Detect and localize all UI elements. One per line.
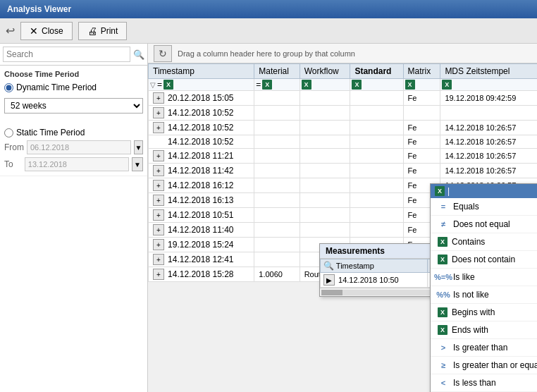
filter-option-1[interactable]: ≠Does not equal — [431, 216, 537, 233]
back-icon[interactable]: ↩ — [6, 24, 15, 37]
expand-btn-2[interactable]: + — [153, 122, 164, 133]
weeks-dropdown[interactable]: 52 weeks 4 weeks 12 weeks — [4, 98, 143, 114]
right-panel: ↻ Drag a column header here to group by … — [148, 44, 537, 392]
filter-excel-icon-3: X — [438, 255, 448, 264]
filter-item-icon-1: ≠ — [438, 219, 449, 229]
filter-item-label-2: Contains — [452, 237, 485, 247]
nested-col-timestamp[interactable]: 🔍 Timestamp — [321, 259, 428, 273]
expand-btn-4[interactable]: + — [153, 150, 164, 161]
col-header-material[interactable]: Material — [254, 64, 300, 79]
from-date-input[interactable] — [27, 140, 131, 154]
left-panel: 🔍 Choose Time Period Dynamic Time Period… — [0, 44, 148, 392]
filter-excel-icon-7: X — [438, 325, 448, 335]
static-radio[interactable] — [4, 128, 13, 137]
expand-btn-0[interactable]: + — [153, 92, 164, 104]
to-label: To — [4, 159, 22, 169]
table-container[interactable]: Timestamp Material Workflow Standard Mat… — [148, 63, 537, 392]
filter-item-label-0: Equals — [453, 202, 479, 212]
to-row: To ▼ — [4, 157, 143, 171]
expand-btn-5[interactable]: + — [153, 165, 164, 176]
table-row: + 14.12.2018 11:42 Fe 14.12.2018 10:26:5… — [149, 164, 538, 178]
title-text: Analysis Viewer — [7, 4, 71, 14]
title-bar: Analysis Viewer — [0, 0, 537, 18]
filter-option-4[interactable]: %=%Is like — [431, 269, 537, 286]
from-to-section: Static Time Period From ▼ To ▼ — [4, 122, 143, 171]
expand-btn-9[interactable]: + — [153, 224, 164, 235]
filter-item-label-10: Is less than — [453, 378, 496, 388]
filter-item-icon-0: = — [438, 202, 449, 212]
filter-excel-icon-2: X — [438, 237, 448, 247]
measurements-tab[interactable]: Measurements — [326, 246, 385, 256]
excel-icon-timestamp: X — [163, 80, 173, 90]
filter-option-3[interactable]: XDoes not contain — [431, 251, 537, 269]
table-row: + 14.12.2018 10:52 Fe 14.12.2018 10:26:5… — [149, 121, 538, 135]
dynamic-radio[interactable] — [4, 83, 13, 92]
table-row: 14.12.2018 10:52 Fe 14.12.2018 10:26:57 … — [149, 135, 538, 149]
close-button[interactable]: ✕ Close — [20, 22, 73, 40]
filter-option-9[interactable]: ≥Is greater than or equal to — [431, 357, 537, 374]
expand-btn-11[interactable]: + — [153, 254, 164, 265]
col-header-mds[interactable]: MDS Zeitstempel — [440, 64, 537, 79]
filter-item-icon-9: ≥ — [438, 360, 449, 370]
filter-option-6[interactable]: XBegins with — [431, 304, 537, 321]
col-header-matrix[interactable]: Matrix — [403, 64, 440, 79]
toolbar: ↩ ✕ Close 🖨 Print — [0, 18, 537, 44]
expand-btn-8[interactable]: + — [153, 209, 164, 221]
expand-btn-6[interactable]: + — [153, 180, 164, 191]
filter-item-icon-5: %% — [438, 290, 449, 300]
filter-item-label-9: Is greater than or equal to — [453, 360, 537, 370]
filter-item-label-6: Begins with — [452, 307, 495, 317]
expand-btn-7[interactable]: + — [153, 195, 164, 206]
print-icon: 🖨 — [87, 25, 97, 37]
dynamic-radio-item: Dynamic Time Period — [4, 82, 143, 92]
print-button[interactable]: 🖨 Print — [78, 22, 128, 40]
filter-option-10[interactable]: <Is less than — [431, 374, 537, 392]
filter-item-label-8: Is greater than — [453, 343, 507, 353]
filter-item-label-7: Ends with — [452, 325, 488, 335]
scroll-thumb — [321, 290, 342, 295]
filter-option-2[interactable]: XContains — [431, 233, 537, 251]
filter-dropdown-header: X | — [431, 184, 537, 198]
filter-item-label-5: Is not like — [453, 290, 489, 300]
from-date-picker-button[interactable]: ▼ — [134, 140, 143, 154]
refresh-button[interactable]: ↻ — [154, 45, 172, 62]
excel-icon-workflow: X — [302, 80, 311, 90]
filter-item-label-1: Does not equal — [453, 219, 510, 229]
expand-btn-10[interactable]: + — [153, 239, 164, 250]
time-period-title: Choose Time Period — [4, 70, 143, 78]
filter-item-label-4: Is like — [453, 272, 475, 282]
filter-option-8[interactable]: >Is greater than — [431, 339, 537, 357]
expand-btn-1[interactable]: + — [153, 107, 164, 118]
excel-icon-matrix: X — [405, 80, 415, 90]
main-container: 🔍 Choose Time Period Dynamic Time Period… — [0, 44, 537, 392]
search-input[interactable] — [3, 47, 130, 62]
filter-option-7[interactable]: XEnds with — [431, 321, 537, 339]
search-bar: 🔍 — [0, 44, 147, 66]
filter-row: ▽ = X = X — [149, 79, 538, 91]
excel-icon-standard: X — [352, 80, 362, 90]
col-header-standard[interactable]: Standard — [350, 64, 403, 79]
filter-option-5[interactable]: %%Is not like — [431, 286, 537, 304]
nested-expand-btn[interactable]: ▶ — [323, 274, 335, 286]
close-icon: ✕ — [30, 25, 38, 37]
col-header-workflow[interactable]: Workflow — [300, 64, 350, 79]
table-row: + 20.12.2018 15:05 Fe 19.12.2018 09:42:5… — [149, 91, 538, 106]
from-row: From ▼ — [4, 140, 143, 154]
col-header-timestamp[interactable]: Timestamp — [149, 64, 254, 79]
static-radio-item: Static Time Period — [4, 128, 143, 137]
expand-btn-12[interactable]: + — [153, 269, 164, 280]
to-date-input[interactable] — [25, 157, 129, 171]
filter-item-icon-8: > — [438, 343, 449, 353]
filter-option-0[interactable]: =Equals — [431, 198, 537, 216]
dynamic-label: Dynamic Time Period — [16, 82, 97, 92]
time-period-section: Choose Time Period Dynamic Time Period 5… — [0, 66, 147, 176]
filter-dropdown-items: =Equals≠Does not equalXContainsXDoes not… — [431, 198, 537, 392]
search-icon: 🔍 — [133, 49, 144, 60]
static-label: Static Time Period — [16, 128, 85, 137]
to-date-picker-button[interactable]: ▼ — [132, 157, 143, 171]
filter-dropdown: X | =Equals≠Does not equalXContainsXDoes… — [430, 183, 537, 392]
filter-dropdown-excel-icon: X — [435, 186, 445, 196]
table-row: + 14.12.2018 11:21 Fe 14.12.2018 10:26:5… — [149, 149, 538, 164]
filter-item-icon-10: < — [438, 378, 449, 388]
filter-item-icon-4: %=% — [438, 272, 449, 282]
